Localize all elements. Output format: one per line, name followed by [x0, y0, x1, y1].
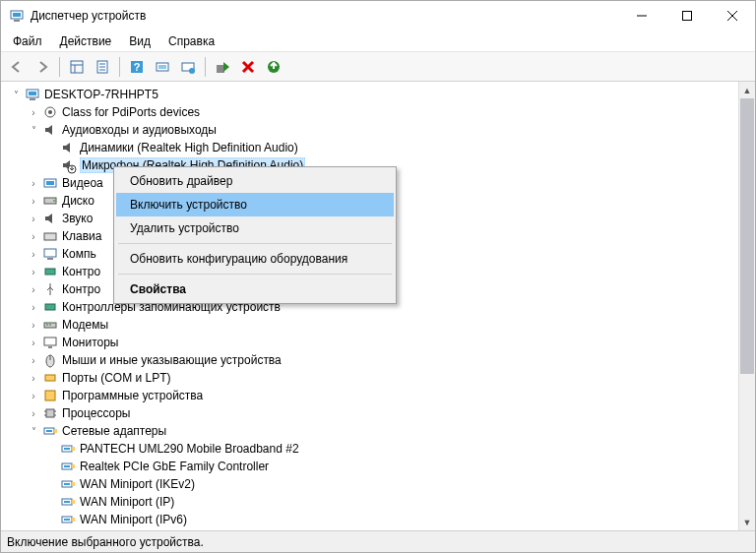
svg-rect-2	[14, 20, 20, 22]
tree-label: Программные устройства	[62, 389, 203, 402]
menu-file[interactable]: Файл	[5, 32, 50, 50]
expand-icon[interactable]: ›	[27, 265, 40, 278]
expand-icon[interactable]: ›	[27, 212, 40, 225]
svg-rect-35	[44, 249, 56, 257]
collapse-icon[interactable]: ˅	[9, 88, 23, 101]
svg-text:?: ?	[134, 61, 141, 73]
svg-rect-61	[72, 464, 75, 468]
expand-icon[interactable]: ›	[27, 247, 40, 261]
tree-category[interactable]: ›Программные устройства	[5, 387, 738, 404]
tree-label: Мониторы	[62, 336, 118, 349]
expand-icon[interactable]: ›	[27, 229, 40, 243]
ctx-properties[interactable]: Свойства	[116, 277, 394, 301]
ctx-update-driver[interactable]: Обновить драйвер	[116, 169, 394, 193]
ctx-uninstall-device[interactable]: Удалить устройство	[116, 216, 394, 240]
ctx-enable-device[interactable]: Включить устройство	[116, 193, 394, 216]
tree-device[interactable]: WAN Miniport (IP)	[5, 493, 738, 511]
window-title: Диспетчер устройств	[31, 9, 619, 23]
tree-category[interactable]: › Class for PdiPorts devices	[5, 103, 738, 121]
tree-root[interactable]: ˅ DESKTOP-7RHHPT5	[5, 86, 738, 103]
statusbar: Включение выбранного устройства.	[1, 530, 755, 552]
tree-category[interactable]: ›Процессоры	[5, 404, 738, 422]
tree-category-network[interactable]: ˅ Сетевые адаптеры	[5, 422, 738, 440]
tree-label: Class for PdiPorts devices	[62, 105, 200, 119]
update-driver-button[interactable]	[176, 55, 200, 79]
forward-button[interactable]	[31, 55, 54, 79]
svg-rect-67	[72, 500, 75, 504]
scroll-thumb[interactable]	[740, 98, 754, 374]
ctx-separator	[118, 243, 392, 244]
expand-icon[interactable]: ›	[27, 282, 40, 296]
scan-changes-button[interactable]	[262, 55, 285, 79]
tree-label: Realtek PCIe GbE Family Controller	[80, 460, 269, 473]
speaker-icon	[60, 140, 76, 155]
back-button[interactable]	[5, 55, 29, 79]
expand-icon[interactable]: ›	[27, 318, 40, 332]
expand-icon[interactable]: ›	[27, 300, 40, 314]
tree-label: WAN Miniport (IP)	[80, 495, 174, 509]
expand-icon[interactable]: ›	[27, 194, 40, 208]
expand-icon[interactable]: ›	[27, 389, 40, 402]
app-icon	[9, 8, 25, 24]
tree-label: Клавиа	[62, 229, 101, 243]
svg-rect-7	[71, 61, 83, 73]
expand-icon[interactable]: ›	[27, 176, 40, 190]
tree-category[interactable]: ›Порты (COM и LPT)	[5, 369, 738, 387]
device-tree[interactable]: ˅ DESKTOP-7RHHPT5 › Class for PdiPorts d…	[1, 82, 738, 530]
svg-rect-58	[72, 447, 75, 451]
show-hide-console-button[interactable]	[65, 55, 89, 79]
uninstall-device-button[interactable]	[236, 55, 260, 79]
help-button[interactable]: ?	[125, 55, 149, 79]
scan-hardware-button[interactable]	[151, 55, 174, 79]
svg-rect-70	[72, 518, 75, 522]
modem-icon	[42, 317, 58, 333]
cpu-icon	[42, 405, 58, 421]
expand-icon[interactable]: ›	[27, 105, 40, 119]
expand-icon[interactable]: ›	[27, 353, 40, 367]
tree-device[interactable]: WAN Miniport (L2TP)	[5, 528, 738, 530]
tree-category-audio[interactable]: ˅ Аудиовходы и аудиовыходы	[5, 121, 738, 139]
tree-device[interactable]: WAN Miniport (IKEv2)	[5, 475, 738, 493]
tree-category[interactable]: ›Мыши и иные указывающие устройства	[5, 351, 738, 369]
network-adapter-icon	[60, 512, 76, 527]
menu-action[interactable]: Действие	[52, 32, 120, 50]
monitor-icon	[42, 335, 58, 350]
storage-controller-icon	[42, 299, 58, 315]
svg-rect-4	[683, 12, 692, 21]
tree-label: PANTECH UML290 Mobile Broadband #2	[80, 442, 299, 456]
sound-icon	[42, 211, 58, 226]
tree-device[interactable]: PANTECH UML290 Mobile Broadband #2	[5, 440, 738, 458]
tree-device-speakers[interactable]: Динамики (Realtek High Definition Audio)	[5, 139, 738, 156]
collapse-icon[interactable]: ˅	[27, 123, 40, 137]
menu-help[interactable]: Справка	[160, 32, 222, 50]
computer-icon	[42, 246, 58, 262]
properties-button[interactable]	[91, 55, 114, 79]
expand-icon[interactable]: ›	[27, 336, 40, 349]
network-adapter-icon	[60, 476, 76, 492]
content-area: ˅ DESKTOP-7RHHPT5 › Class for PdiPorts d…	[1, 82, 755, 530]
scroll-up-icon[interactable]: ▲	[739, 82, 755, 98]
svg-rect-55	[54, 429, 57, 433]
tree-category[interactable]: ›Мониторы	[5, 334, 738, 351]
software-device-icon	[42, 388, 58, 403]
maximize-button[interactable]	[664, 1, 710, 31]
close-button[interactable]	[710, 1, 755, 31]
scroll-down-icon[interactable]: ▼	[739, 514, 755, 530]
controller-icon	[42, 264, 58, 279]
microphone-disabled-icon	[60, 157, 76, 173]
ctx-scan-hardware[interactable]: Обновить конфигурацию оборудования	[116, 247, 394, 271]
expand-icon[interactable]: ›	[27, 406, 40, 420]
expand-icon[interactable]: ›	[27, 371, 40, 385]
menu-view[interactable]: Вид	[121, 32, 158, 50]
svg-rect-38	[45, 304, 55, 310]
computer-icon	[25, 87, 40, 102]
menubar: Файл Действие Вид Справка	[1, 31, 755, 52]
svg-point-41	[49, 324, 51, 326]
collapse-icon[interactable]: ˅	[27, 424, 40, 438]
enable-device-button[interactable]	[211, 55, 234, 79]
tree-device[interactable]: WAN Miniport (IPv6)	[5, 511, 738, 528]
vertical-scrollbar[interactable]: ▲ ▼	[738, 82, 755, 530]
minimize-button[interactable]	[619, 1, 664, 31]
tree-device[interactable]: Realtek PCIe GbE Family Controller	[5, 458, 738, 475]
tree-category[interactable]: ›Модемы	[5, 316, 738, 334]
